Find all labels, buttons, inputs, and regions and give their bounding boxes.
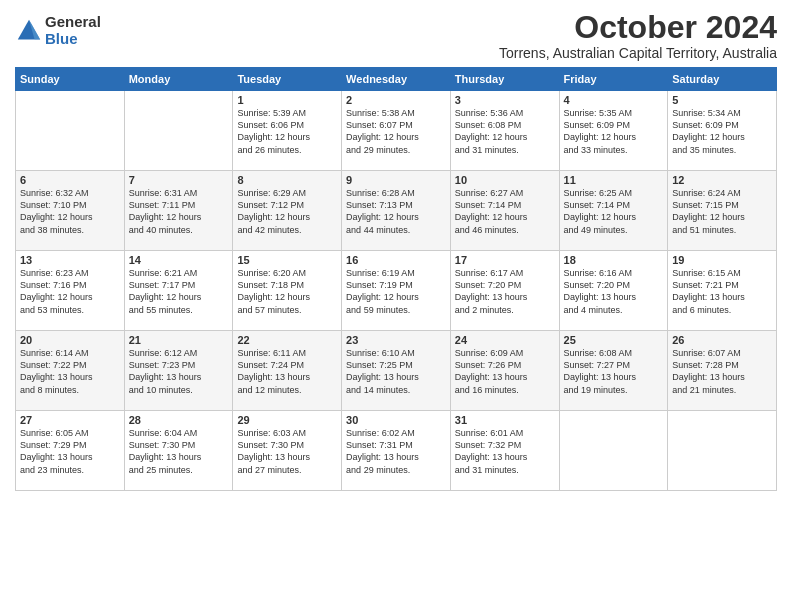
day-info: Sunrise: 6:27 AM Sunset: 7:14 PM Dayligh… [455, 188, 528, 234]
day-info: Sunrise: 6:16 AM Sunset: 7:20 PM Dayligh… [564, 268, 637, 314]
logo-blue-text: Blue [45, 31, 101, 48]
week-row-4: 20Sunrise: 6:14 AM Sunset: 7:22 PM Dayli… [16, 331, 777, 411]
day-cell: 22Sunrise: 6:11 AM Sunset: 7:24 PM Dayli… [233, 331, 342, 411]
day-info: Sunrise: 6:03 AM Sunset: 7:30 PM Dayligh… [237, 428, 310, 474]
day-cell: 19Sunrise: 6:15 AM Sunset: 7:21 PM Dayli… [668, 251, 777, 331]
day-cell: 28Sunrise: 6:04 AM Sunset: 7:30 PM Dayli… [124, 411, 233, 491]
day-number: 13 [20, 254, 120, 266]
day-number: 4 [564, 94, 664, 106]
day-cell: 12Sunrise: 6:24 AM Sunset: 7:15 PM Dayli… [668, 171, 777, 251]
day-info: Sunrise: 6:09 AM Sunset: 7:26 PM Dayligh… [455, 348, 528, 394]
day-number: 30 [346, 414, 446, 426]
day-number: 20 [20, 334, 120, 346]
day-info: Sunrise: 5:39 AM Sunset: 6:06 PM Dayligh… [237, 108, 310, 154]
day-number: 7 [129, 174, 229, 186]
logo-text: General Blue [45, 14, 101, 47]
day-cell: 2Sunrise: 5:38 AM Sunset: 6:07 PM Daylig… [342, 91, 451, 171]
day-info: Sunrise: 6:14 AM Sunset: 7:22 PM Dayligh… [20, 348, 93, 394]
day-cell: 5Sunrise: 5:34 AM Sunset: 6:09 PM Daylig… [668, 91, 777, 171]
day-info: Sunrise: 6:07 AM Sunset: 7:28 PM Dayligh… [672, 348, 745, 394]
day-info: Sunrise: 5:36 AM Sunset: 6:08 PM Dayligh… [455, 108, 528, 154]
day-info: Sunrise: 6:05 AM Sunset: 7:29 PM Dayligh… [20, 428, 93, 474]
day-number: 31 [455, 414, 555, 426]
day-cell: 15Sunrise: 6:20 AM Sunset: 7:18 PM Dayli… [233, 251, 342, 331]
day-cell: 14Sunrise: 6:21 AM Sunset: 7:17 PM Dayli… [124, 251, 233, 331]
day-number: 26 [672, 334, 772, 346]
day-cell [124, 91, 233, 171]
header-row: SundayMondayTuesdayWednesdayThursdayFrid… [16, 68, 777, 91]
day-info: Sunrise: 6:11 AM Sunset: 7:24 PM Dayligh… [237, 348, 310, 394]
day-cell: 20Sunrise: 6:14 AM Sunset: 7:22 PM Dayli… [16, 331, 125, 411]
day-cell: 4Sunrise: 5:35 AM Sunset: 6:09 PM Daylig… [559, 91, 668, 171]
day-info: Sunrise: 6:12 AM Sunset: 7:23 PM Dayligh… [129, 348, 202, 394]
day-cell [16, 91, 125, 171]
day-info: Sunrise: 6:17 AM Sunset: 7:20 PM Dayligh… [455, 268, 528, 314]
day-cell [668, 411, 777, 491]
day-cell: 30Sunrise: 6:02 AM Sunset: 7:31 PM Dayli… [342, 411, 451, 491]
day-info: Sunrise: 6:10 AM Sunset: 7:25 PM Dayligh… [346, 348, 419, 394]
day-number: 18 [564, 254, 664, 266]
day-number: 24 [455, 334, 555, 346]
day-number: 22 [237, 334, 337, 346]
day-cell: 3Sunrise: 5:36 AM Sunset: 6:08 PM Daylig… [450, 91, 559, 171]
day-number: 27 [20, 414, 120, 426]
day-cell: 9Sunrise: 6:28 AM Sunset: 7:13 PM Daylig… [342, 171, 451, 251]
calendar-page: General Blue October 2024 Torrens, Austr… [0, 0, 792, 612]
day-number: 14 [129, 254, 229, 266]
col-header-saturday: Saturday [668, 68, 777, 91]
week-row-2: 6Sunrise: 6:32 AM Sunset: 7:10 PM Daylig… [16, 171, 777, 251]
day-cell: 1Sunrise: 5:39 AM Sunset: 6:06 PM Daylig… [233, 91, 342, 171]
day-number: 29 [237, 414, 337, 426]
day-number: 21 [129, 334, 229, 346]
col-header-friday: Friday [559, 68, 668, 91]
day-number: 19 [672, 254, 772, 266]
month-title: October 2024 [499, 10, 777, 45]
day-number: 17 [455, 254, 555, 266]
day-number: 10 [455, 174, 555, 186]
day-info: Sunrise: 6:19 AM Sunset: 7:19 PM Dayligh… [346, 268, 419, 314]
day-info: Sunrise: 6:24 AM Sunset: 7:15 PM Dayligh… [672, 188, 745, 234]
day-number: 25 [564, 334, 664, 346]
day-number: 5 [672, 94, 772, 106]
title-block: October 2024 Torrens, Australian Capital… [499, 10, 777, 61]
day-cell: 7Sunrise: 6:31 AM Sunset: 7:11 PM Daylig… [124, 171, 233, 251]
day-info: Sunrise: 6:15 AM Sunset: 7:21 PM Dayligh… [672, 268, 745, 314]
day-info: Sunrise: 6:01 AM Sunset: 7:32 PM Dayligh… [455, 428, 528, 474]
day-info: Sunrise: 6:32 AM Sunset: 7:10 PM Dayligh… [20, 188, 93, 234]
day-number: 9 [346, 174, 446, 186]
day-info: Sunrise: 6:29 AM Sunset: 7:12 PM Dayligh… [237, 188, 310, 234]
day-number: 3 [455, 94, 555, 106]
day-cell: 24Sunrise: 6:09 AM Sunset: 7:26 PM Dayli… [450, 331, 559, 411]
day-cell: 31Sunrise: 6:01 AM Sunset: 7:32 PM Dayli… [450, 411, 559, 491]
day-info: Sunrise: 6:25 AM Sunset: 7:14 PM Dayligh… [564, 188, 637, 234]
day-cell: 10Sunrise: 6:27 AM Sunset: 7:14 PM Dayli… [450, 171, 559, 251]
day-info: Sunrise: 6:23 AM Sunset: 7:16 PM Dayligh… [20, 268, 93, 314]
day-info: Sunrise: 6:02 AM Sunset: 7:31 PM Dayligh… [346, 428, 419, 474]
day-number: 8 [237, 174, 337, 186]
day-info: Sunrise: 5:35 AM Sunset: 6:09 PM Dayligh… [564, 108, 637, 154]
logo-general-text: General [45, 14, 101, 31]
col-header-sunday: Sunday [16, 68, 125, 91]
day-cell: 21Sunrise: 6:12 AM Sunset: 7:23 PM Dayli… [124, 331, 233, 411]
day-info: Sunrise: 5:34 AM Sunset: 6:09 PM Dayligh… [672, 108, 745, 154]
logo: General Blue [15, 14, 101, 47]
header: General Blue October 2024 Torrens, Austr… [15, 10, 777, 61]
day-info: Sunrise: 6:31 AM Sunset: 7:11 PM Dayligh… [129, 188, 202, 234]
day-info: Sunrise: 6:28 AM Sunset: 7:13 PM Dayligh… [346, 188, 419, 234]
day-info: Sunrise: 6:08 AM Sunset: 7:27 PM Dayligh… [564, 348, 637, 394]
day-cell: 11Sunrise: 6:25 AM Sunset: 7:14 PM Dayli… [559, 171, 668, 251]
day-info: Sunrise: 6:21 AM Sunset: 7:17 PM Dayligh… [129, 268, 202, 314]
day-number: 11 [564, 174, 664, 186]
col-header-tuesday: Tuesday [233, 68, 342, 91]
week-row-3: 13Sunrise: 6:23 AM Sunset: 7:16 PM Dayli… [16, 251, 777, 331]
day-number: 28 [129, 414, 229, 426]
day-cell: 17Sunrise: 6:17 AM Sunset: 7:20 PM Dayli… [450, 251, 559, 331]
location-title: Torrens, Australian Capital Territory, A… [499, 45, 777, 61]
col-header-wednesday: Wednesday [342, 68, 451, 91]
day-number: 16 [346, 254, 446, 266]
day-cell [559, 411, 668, 491]
day-info: Sunrise: 5:38 AM Sunset: 6:07 PM Dayligh… [346, 108, 419, 154]
day-number: 12 [672, 174, 772, 186]
calendar-table: SundayMondayTuesdayWednesdayThursdayFrid… [15, 67, 777, 491]
day-number: 15 [237, 254, 337, 266]
